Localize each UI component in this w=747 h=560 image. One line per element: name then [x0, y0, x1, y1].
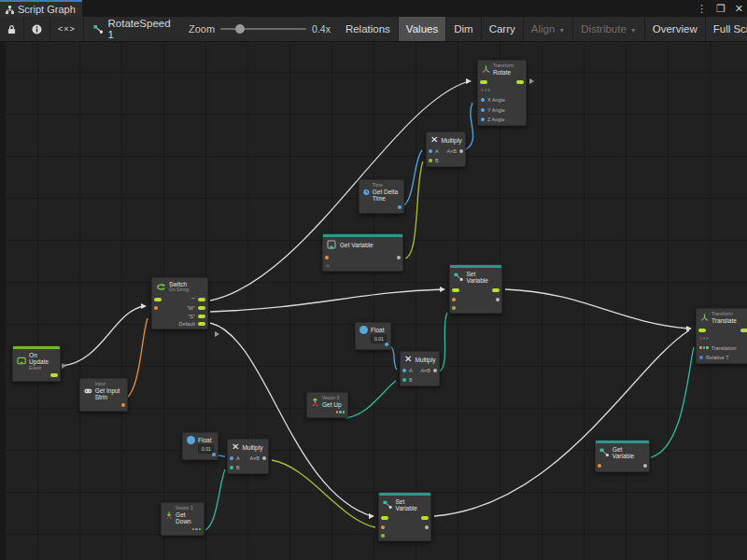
relative-port[interactable] — [699, 356, 703, 359]
wire-switch-setvariable2[interactable] — [210, 323, 372, 516]
wire-getvariable2-translate[interactable] — [651, 347, 694, 457]
node-get-up[interactable]: Vector 3 Get Up — [306, 392, 348, 418]
string-out-port[interactable] — [121, 403, 125, 407]
y-angle-port[interactable] — [481, 108, 485, 112]
overview-button[interactable]: Overview — [645, 17, 706, 41]
node-get-down[interactable]: Vector 3 Get Down — [161, 502, 204, 536]
node-set-variable-mid[interactable]: Set Variable — [449, 264, 502, 314]
values-button[interactable]: Values — [399, 17, 446, 41]
wire-multiply2-setvariable1[interactable] — [440, 313, 447, 371]
flow-out-port[interactable] — [516, 80, 524, 84]
wire-setvariable2-translate[interactable] — [434, 330, 689, 516]
wire-onupdate-switch[interactable] — [62, 306, 145, 366]
node-rotate[interactable]: Transform Rotate X Angle Y Angle — [477, 60, 527, 126]
case-out-port[interactable] — [198, 322, 205, 326]
window-menu-icon[interactable]: ⋮ — [697, 0, 707, 17]
result-port[interactable] — [433, 369, 437, 372]
graph-canvas[interactable]: Transform Rotate X Angle Y Angle — [0, 42, 747, 560]
node-float-mid[interactable]: Float 0.01 — [355, 322, 391, 350]
dim-button[interactable]: Dim — [446, 17, 481, 41]
flow-out-port[interactable] — [50, 373, 58, 377]
wire-switch-setvariable1[interactable] — [210, 289, 444, 312]
b-port[interactable] — [429, 159, 432, 162]
relations-button[interactable]: Relations — [338, 17, 399, 41]
name-port[interactable] — [325, 256, 329, 259]
z-angle-label: Z Angle — [487, 117, 505, 122]
flow-in-port[interactable] — [698, 329, 706, 332]
selector-port[interactable] — [154, 306, 158, 310]
tab-script-graph[interactable]: Script Graph — [0, 0, 82, 17]
a-label: A — [435, 148, 439, 154]
node-get-variable-mid[interactable]: Get Variable — [322, 233, 403, 272]
graph-reference[interactable]: RotateSpeed 1 — [84, 17, 181, 41]
fallback-port[interactable] — [326, 264, 330, 268]
node-multiply-bottom[interactable]: ✕ Multiply A A×B B — [227, 439, 269, 474]
value-out-port[interactable] — [496, 298, 500, 301]
align-dropdown[interactable]: Align ▼ — [524, 17, 574, 41]
result-port[interactable] — [459, 149, 463, 153]
node-switch[interactable]: Switch On String "" "W" "S" Default — [151, 277, 208, 329]
b-port[interactable] — [402, 378, 406, 382]
node-multiply-mid[interactable]: ✕ Multiply A A×B B — [400, 351, 440, 386]
flow-in-port[interactable] — [452, 288, 459, 292]
carry-button[interactable]: Carry — [482, 17, 524, 41]
flow-in-port[interactable] — [381, 516, 388, 520]
case-out-port[interactable] — [198, 306, 205, 310]
flow-out-port[interactable] — [421, 516, 429, 520]
name-port[interactable] — [381, 525, 385, 529]
result-port[interactable] — [262, 456, 266, 460]
node-get-variable-right[interactable]: Get Variable — [595, 440, 650, 472]
vector3-out-port[interactable] — [336, 411, 345, 413]
zoom-slider[interactable] — [220, 28, 306, 30]
node-float-bottom[interactable]: Float 0.01 — [182, 432, 218, 460]
value-in-port[interactable] — [452, 306, 456, 310]
transform-port[interactable] — [481, 89, 490, 91]
maximize-icon[interactable]: ❐ — [716, 0, 726, 17]
transform-port[interactable] — [699, 337, 709, 340]
flow-out-port[interactable] — [740, 329, 747, 332]
info-button[interactable] — [24, 17, 50, 41]
delta-time-out-port[interactable] — [398, 205, 402, 209]
a-port[interactable] — [402, 369, 406, 372]
value-in-port[interactable] — [381, 534, 385, 538]
node-set-variable-bottom[interactable]: Set Variable — [378, 492, 431, 541]
translation-port[interactable] — [699, 346, 709, 349]
a-port[interactable] — [230, 456, 233, 460]
value-out-port[interactable] — [425, 525, 429, 529]
float-out-port[interactable] — [212, 453, 216, 456]
name-port[interactable] — [452, 298, 456, 301]
graph-ref-icon — [93, 24, 104, 35]
fullscreen-button[interactable]: Full Scree — [706, 17, 747, 41]
node-multiply-top[interactable]: ✕ Multiply A A×B B — [426, 132, 466, 167]
code-preview-button[interactable]: <×> — [50, 17, 84, 41]
x-angle-port[interactable] — [481, 98, 485, 102]
wire-multiply3-setvariable2[interactable] — [272, 460, 375, 527]
value-out-port[interactable] — [397, 256, 401, 259]
wire-getup-multiply2[interactable] — [345, 381, 396, 418]
node-get-delta-time[interactable]: Time Get Delta Time — [359, 179, 404, 214]
zoom-slider-handle[interactable] — [235, 24, 245, 34]
float-out-port[interactable] — [385, 343, 388, 346]
a-label: A — [236, 455, 240, 461]
flow-in-port[interactable] — [480, 80, 487, 84]
node-translate[interactable]: Transform Translate Translation Relative… — [696, 308, 747, 364]
case-out-port[interactable] — [198, 315, 205, 318]
wire-multiply1-rotate[interactable] — [466, 103, 473, 149]
wire-setvariable1-translate[interactable] — [505, 289, 689, 329]
flow-in-port[interactable] — [154, 298, 162, 301]
node-title: Multiply — [242, 444, 262, 451]
node-get-input-string[interactable]: Input Get Input Strin — [79, 378, 128, 412]
value-out-port[interactable] — [643, 464, 647, 468]
b-port[interactable] — [230, 466, 233, 469]
a-port[interactable] — [429, 149, 432, 153]
lock-button[interactable] — [0, 17, 24, 41]
name-port[interactable] — [598, 464, 601, 468]
z-angle-port[interactable] — [481, 118, 485, 121]
node-on-update[interactable]: On Update Event — [12, 345, 61, 382]
wire-getdown-multiply3[interactable] — [205, 469, 225, 530]
flow-out-port[interactable] — [492, 288, 500, 292]
close-icon[interactable]: ✕ — [735, 0, 743, 17]
case-out-port[interactable] — [198, 298, 205, 301]
distribute-dropdown[interactable]: Distribute ▼ — [573, 17, 645, 41]
vector3-out-port[interactable] — [192, 528, 202, 531]
